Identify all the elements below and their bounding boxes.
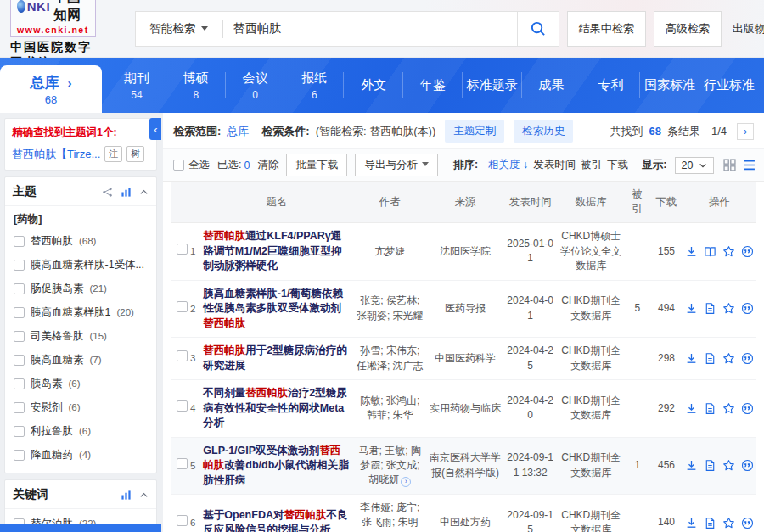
- read-html-page-icon[interactable]: [704, 517, 716, 529]
- checkbox[interactable]: [14, 236, 25, 247]
- download-count[interactable]: 456: [649, 437, 683, 495]
- download-count[interactable]: 155: [649, 223, 683, 281]
- cite-icon[interactable]: [741, 459, 754, 472]
- checkbox[interactable]: [14, 307, 25, 318]
- row-checkbox[interactable]: [177, 244, 188, 255]
- source[interactable]: 沈阳医学院: [427, 223, 504, 281]
- search-history-button[interactable]: 检索历史: [514, 120, 573, 143]
- nav-item-5[interactable]: 外文: [344, 58, 403, 113]
- authors[interactable]: 马君; 王敏; 陶梦霞; 张文成; 胡晓妍: [359, 445, 421, 486]
- theme-filter-item-6[interactable]: 胰高血糖素(7): [12, 348, 149, 372]
- nav-item-8[interactable]: 成果: [522, 58, 581, 113]
- read-online-book-icon[interactable]: [704, 245, 716, 258]
- download-count[interactable]: 140: [649, 495, 683, 532]
- theme-filter-item-7[interactable]: 胰岛素(6): [12, 372, 149, 395]
- theme-filter-item-2[interactable]: 胰高血糖素样肽-1受体...(23): [12, 253, 149, 277]
- row-checkbox[interactable]: [177, 350, 188, 361]
- search-button[interactable]: [517, 11, 559, 47]
- nav-item-11[interactable]: 行业标准: [699, 58, 759, 113]
- download-icon[interactable]: [685, 517, 698, 529]
- advanced-search-button[interactable]: 高级检索: [654, 11, 722, 47]
- knowledge-graph-icon[interactable]: [102, 187, 113, 198]
- theme-customize-button[interactable]: 主题定制: [445, 120, 504, 143]
- page-size-select[interactable]: 20: [675, 157, 715, 174]
- download-icon[interactable]: [685, 402, 698, 415]
- nav-tab-total-library[interactable]: 总库 › 68: [0, 65, 102, 113]
- checkbox[interactable]: [14, 283, 25, 294]
- theme-filter-item-9[interactable]: 利拉鲁肽(6): [12, 419, 149, 443]
- scope-value[interactable]: 总库: [227, 124, 249, 139]
- checkbox[interactable]: [14, 450, 25, 461]
- select-all-checkbox[interactable]: [173, 160, 184, 171]
- checkbox[interactable]: [14, 331, 25, 342]
- sort-option-inactive[interactable]: 下载: [607, 159, 628, 171]
- favorite-icon[interactable]: [722, 459, 735, 472]
- publication-search-link[interactable]: 出版物检索 >: [733, 21, 764, 36]
- thesaurus-term-link[interactable]: 替西帕肽【Tirze...: [12, 147, 100, 162]
- database[interactable]: CHKD博硕士学位论文全文数据库: [557, 223, 626, 281]
- database[interactable]: CHKD期刊全文数据库: [557, 380, 626, 438]
- database[interactable]: CHKD期刊全文数据库: [557, 280, 626, 338]
- checkbox[interactable]: [14, 378, 25, 389]
- nav-item-9[interactable]: 专利: [581, 58, 641, 113]
- database[interactable]: CHKD期刊全文数据库: [557, 338, 626, 380]
- checkbox[interactable]: [14, 402, 25, 413]
- download-count[interactable]: 494: [649, 280, 683, 338]
- database[interactable]: CHKD期刊全文数据库: [557, 437, 626, 495]
- list-view-icon[interactable]: [743, 159, 756, 171]
- theme-filter-item-5[interactable]: 司美格鲁肽(15): [12, 324, 149, 348]
- theme-filter-item-4[interactable]: 胰高血糖素样肽1(20): [12, 300, 149, 324]
- authors[interactable]: 张竞; 侯艺林; 张朝姿; 宋光耀: [357, 294, 424, 321]
- download-icon[interactable]: [685, 459, 698, 472]
- nav-item-6[interactable]: 年鉴: [403, 58, 463, 113]
- sidebar-collapse-button[interactable]: ‹: [149, 118, 161, 140]
- favorite-icon[interactable]: [722, 302, 735, 315]
- read-html-page-icon[interactable]: [704, 352, 716, 365]
- read-html-page-icon[interactable]: [704, 402, 716, 415]
- result-title-link[interactable]: 胰高血糖素样肽-1/葡萄糖依赖性促胰岛素多肽双受体激动剂替西帕肽: [203, 288, 343, 329]
- export-analyze-button[interactable]: 导出与分析: [355, 154, 438, 176]
- bar-chart-icon[interactable]: [121, 187, 132, 198]
- theme-filter-item-10[interactable]: 降血糖药(4): [12, 443, 149, 467]
- bar-chart-icon[interactable]: [121, 490, 132, 501]
- row-checkbox[interactable]: [177, 458, 188, 469]
- search-mode-select[interactable]: 智能检索: [136, 21, 222, 36]
- checkbox[interactable]: [14, 355, 25, 366]
- theme-filter-item-3[interactable]: 肠促胰岛素(21): [12, 277, 149, 300]
- term-note-button[interactable]: 注: [104, 146, 122, 162]
- search-in-results-button[interactable]: 结果中检索: [567, 11, 646, 47]
- cited-count[interactable]: 5: [626, 280, 649, 338]
- row-checkbox[interactable]: [177, 400, 188, 412]
- chevron-up-icon[interactable]: [139, 490, 149, 500]
- result-title-link[interactable]: 替西帕肽用于2型糖尿病治疗的研究进展: [203, 344, 346, 372]
- nav-item-10[interactable]: 国家标准: [640, 58, 699, 113]
- authors[interactable]: 李伟娅; 庞宁; 张飞雨; 朱明辉; 蒋媛: [360, 501, 419, 532]
- next-page-button[interactable]: ›: [737, 123, 754, 140]
- read-html-page-icon[interactable]: [704, 459, 716, 472]
- batch-download-button[interactable]: 批量下载: [286, 154, 347, 176]
- result-title-link[interactable]: 不同剂量替西帕肽治疗2型糖尿病有效性和安全性的网状Meta分析: [203, 387, 346, 428]
- source[interactable]: 中国处方药: [427, 495, 504, 532]
- source[interactable]: 中国医药科学: [427, 338, 504, 380]
- download-count[interactable]: 292: [649, 380, 683, 438]
- nav-item-4[interactable]: 报纸6: [284, 58, 344, 113]
- result-title-link[interactable]: GLP-1/GIP双受体激动剂替西帕肽改善db/db小鼠代谢相关脂肪性肝病: [203, 445, 349, 486]
- source[interactable]: 实用药物与临床: [427, 380, 504, 438]
- result-title-link[interactable]: 基于OpenFDA对替西帕肽不良反应风险信号的挖掘与分析: [203, 509, 347, 532]
- favorite-icon[interactable]: [722, 402, 735, 415]
- cited-count[interactable]: 1: [626, 437, 649, 495]
- result-title-link[interactable]: 替西帕肽通过KLF4/PPARγ通路调节M1/M2巨噬细胞亚型抑制动脉粥样硬化: [203, 230, 341, 272]
- download-icon[interactable]: [685, 302, 698, 315]
- nav-item-7[interactable]: 标准题录: [463, 58, 522, 113]
- checkbox[interactable]: [14, 426, 25, 437]
- authors[interactable]: 亢梦婕: [374, 245, 405, 257]
- download-count[interactable]: 298: [649, 338, 683, 380]
- row-checkbox[interactable]: [177, 515, 188, 526]
- download-icon[interactable]: [685, 245, 698, 258]
- authors[interactable]: 陈敏; 张鸿山; 韩菲; 朱华: [360, 395, 419, 421]
- database[interactable]: CHKD期刊全文数据库: [557, 495, 626, 532]
- nav-item-3[interactable]: 会议0: [226, 58, 285, 113]
- cite-icon[interactable]: [741, 517, 754, 529]
- read-html-page-icon[interactable]: [704, 302, 716, 315]
- cite-icon[interactable]: [741, 245, 754, 258]
